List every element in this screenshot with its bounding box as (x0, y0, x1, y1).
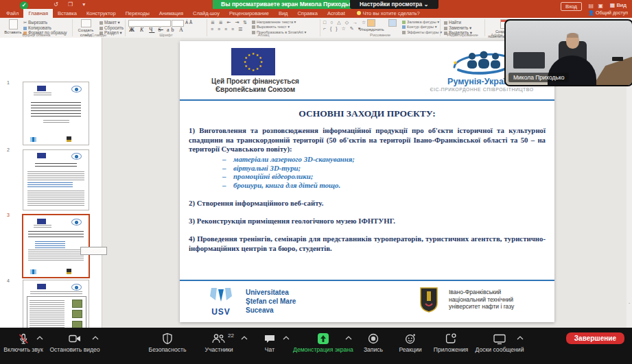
thumbnail-slide-4[interactable] (23, 280, 89, 328)
text-direction-icon (252, 21, 255, 24)
shape-outline-button[interactable]: Контур фигуры ▾ (402, 25, 437, 30)
divider (72, 19, 73, 36)
quick-styles-button[interactable] (384, 19, 401, 27)
ifntung-name: Івано-Франківський національний технічни… (449, 289, 514, 311)
photo-mini (72, 310, 82, 318)
tab-design[interactable]: Конструктор (82, 9, 121, 18)
video-options-caret[interactable] (92, 336, 99, 340)
group-drawing: □ ○ △ ◇ → ☆ ⌐ { } ☆ ✎ ▾ Упорядочить Зали… (321, 18, 439, 38)
slide-number: 3 (7, 213, 10, 217)
tell-me-box[interactable]: Что вы хотите сделать? (350, 9, 420, 18)
thumbnail-slide-1[interactable] (23, 82, 89, 145)
tab-review[interactable]: Рецензирование (224, 9, 274, 18)
participants-options-caret[interactable] (241, 336, 248, 340)
svg-text:★: ★ (244, 56, 248, 60)
participant-name-label: Микола Приходько (508, 73, 569, 82)
copy-button[interactable]: Копировать (23, 25, 51, 31)
svg-text:★: ★ (248, 67, 251, 71)
lightbulb-icon (357, 11, 361, 15)
usv-logo: USV (206, 287, 236, 317)
layout-button[interactable]: Макет ▾ (100, 20, 120, 25)
font-grow-shrink[interactable]: А́ А̌ (185, 20, 192, 25)
font-name-select[interactable] (128, 20, 171, 27)
thumbnail-slide-3-selected[interactable] (22, 214, 90, 278)
divider-line-bottom (180, 280, 554, 281)
font-format-buttons[interactable]: Ж К Ч S ab A (129, 27, 185, 33)
divider-line-top (180, 99, 554, 101)
picture-icon[interactable]: ▣ (598, 3, 603, 9)
participants-icon (211, 332, 227, 345)
font-size-select[interactable] (172, 20, 184, 27)
eu-flag-mini (37, 284, 46, 289)
shapes-gallery-row2[interactable]: ⌐ { } ☆ ✎ ▾ (323, 26, 362, 32)
tab-insert[interactable]: Вставка (53, 9, 82, 18)
current-slide[interactable]: ★★★ ★★★ ★★★ ★★★ Цей Проєкт фінансується … (180, 41, 554, 322)
tab-help[interactable]: Справка (292, 9, 322, 18)
shape-outline-icon (402, 25, 406, 29)
person-head (566, 33, 579, 49)
ribbon-display-icon[interactable]: ▤ (588, 3, 594, 9)
record-icon (367, 332, 379, 345)
tab-home[interactable]: Главная (23, 9, 53, 18)
tab-transitions[interactable]: Переходы (121, 9, 154, 18)
clipboard-icon (9, 19, 18, 29)
view-mode-button[interactable]: ▦ Вид (610, 2, 627, 8)
audio-options-caret[interactable] (36, 336, 43, 340)
svg-text:★: ★ (256, 67, 259, 71)
list-buttons[interactable]: ≣ ≣ ⇤ ⇥ ⇅ (211, 20, 248, 25)
tab-slideshow[interactable]: Слайд-шоу (188, 9, 224, 18)
svg-text:★: ★ (244, 60, 247, 64)
end-meeting-button[interactable]: Завершение (566, 332, 624, 344)
participant-video[interactable]: Микола Приходько (504, 19, 632, 86)
tab-view[interactable]: Вид (274, 9, 293, 18)
shape-fill-button[interactable]: Заливка фигуры ▾ (402, 20, 439, 25)
find-button[interactable]: Найти (444, 20, 461, 25)
group-slides: Создать слайд Макет ▾ Сбросить Раздел ▾ … (73, 18, 124, 38)
funding-caption: Цей Проєкт фінансується Європейським Сою… (187, 77, 324, 94)
align-buttons[interactable]: ≡ ≡ ≡ ≡ ☰ (211, 27, 244, 32)
slide-title: ОСНОВНІ ЗАХОДИ ПРОЄКТУ: (180, 108, 554, 119)
slide-number: 2 (7, 147, 10, 152)
copy-icon (23, 27, 27, 30)
quick-access-toolbar[interactable]: ↺ ❐ ▾ (54, 1, 89, 8)
chat-icon (264, 332, 276, 345)
participants-button[interactable]: Участники 22 (195, 331, 243, 361)
cut-button[interactable]: ✂ Вырезать (23, 20, 47, 25)
quick-styles-icon (388, 19, 397, 27)
divider (484, 19, 485, 36)
share-button[interactable]: 👤 Общий доступ (588, 10, 628, 16)
record-button[interactable]: Запись (355, 331, 391, 361)
reset-icon (100, 27, 103, 30)
reactions-button[interactable]: Реакции (393, 331, 428, 361)
reset-button[interactable]: Сбросить (100, 25, 124, 31)
text-direction-button[interactable]: Направление текста ▾ (252, 20, 296, 25)
layout-icon (100, 21, 103, 25)
slide-number: 1 (7, 80, 10, 85)
group-font: А́ А̌ Ж К Ч S ab A Шрифт (126, 18, 206, 38)
replace-button[interactable]: Заменить ▾ (444, 25, 471, 31)
group-paragraph: ≣ ≣ ⇤ ⇥ ⇅ ≡ ≡ ≡ ≡ ☰ Направление текста ▾… (208, 18, 319, 38)
activity-sub-bullets: –матеріали лазерного 3D-сканування; –вір… (222, 155, 524, 189)
tab-acrobat[interactable]: Acrobat (323, 9, 350, 18)
share-options-caret[interactable] (345, 336, 352, 340)
thumbnail-slide-2[interactable] (23, 149, 89, 210)
tab-animations[interactable]: Анимация (154, 9, 188, 18)
photo-mini (72, 300, 82, 308)
align-text-button[interactable]: Выровнять текст ▾ (252, 25, 290, 30)
view-options-dropdown[interactable]: Настройки просмотра ⌄ (350, 0, 438, 9)
security-button[interactable]: Безопасность (140, 331, 195, 361)
chat-options-caret[interactable] (283, 336, 290, 340)
apps-button[interactable]: Приложения (430, 331, 472, 361)
activity-item-1: 1) Виготовлення та розповсюдження інформ… (189, 126, 546, 154)
whiteboard-options-caret[interactable] (517, 336, 524, 340)
zoom-meeting-screen: ✓ ↺ ❐ ▾ Вход ▤ ▣ ▦ Вид 👤 Общий доступ Фа… (0, 0, 632, 364)
align-text-icon (252, 25, 255, 29)
screen-share-banner: Вы просматриваете экран Микола Приходько (213, 0, 364, 9)
signin-button[interactable]: Вход (561, 2, 582, 11)
program-logo-mini (71, 86, 82, 93)
usv-abbr: USV (206, 307, 236, 317)
arrange-button[interactable]: Упорядочить (360, 19, 383, 32)
program-subtitle: ЄІС-ПРИКОРДОННЕ СПІВРОБІТНИЦТВО (393, 87, 571, 92)
tab-file[interactable]: Файл (1, 9, 23, 18)
thumbnail-tooltip (80, 247, 107, 255)
